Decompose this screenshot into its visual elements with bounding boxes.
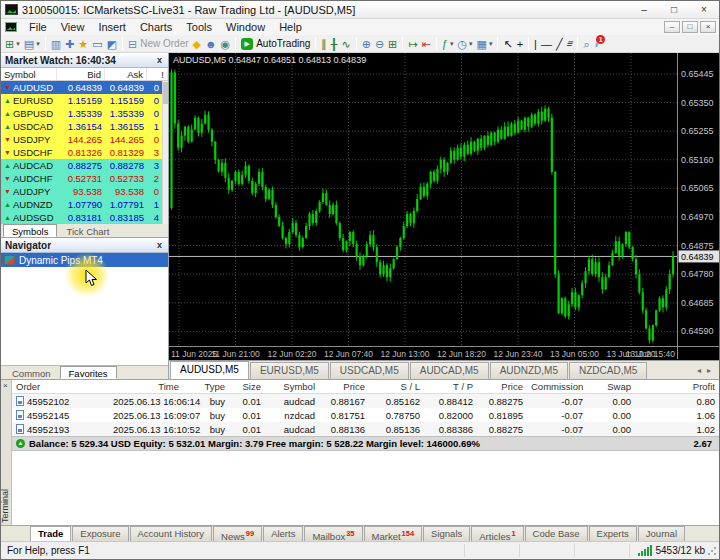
market-watch-row[interactable]: ▲USDCAD1.361541.361551 [1, 120, 168, 133]
orders-col-size[interactable]: Size [229, 381, 265, 392]
price-chart[interactable]: 0.654450.653500.652550.651600.650650.649… [169, 53, 720, 360]
orders-col-type[interactable]: Type [183, 381, 229, 392]
navigator-close-icon[interactable]: x [155, 240, 164, 250]
auto-scroll-button[interactable]: ↦ [406, 36, 419, 52]
new-chart-button[interactable]: ⊞▾ [3, 36, 22, 52]
child-close-button[interactable]: × [700, 21, 716, 33]
terminal-tab-account-history[interactable]: Account History [130, 526, 213, 541]
resize-grip[interactable] [706, 545, 718, 557]
cursor-button[interactable]: ↖ [501, 36, 514, 52]
orders-col-time[interactable]: Time [109, 381, 183, 392]
market-watch-tab-tick-chart[interactable]: Tick Chart [57, 224, 118, 237]
zoom-out-button[interactable]: ⊖ [373, 36, 386, 52]
terminal-tab-trade[interactable]: Trade [30, 526, 71, 541]
orders-col-profit[interactable]: Profit [635, 381, 719, 392]
metaquotes-id-button[interactable]: ☻ [203, 36, 219, 52]
indicators-button[interactable]: ƒ▾ [440, 36, 456, 52]
order-row[interactable]: 459521452025.06.13 16:09:07buy0.01nzdcad… [12, 408, 719, 422]
chart-tab-audcadm5[interactable]: AUDCAD,M5 [410, 362, 489, 379]
terminal-tab-signals[interactable]: Signals [423, 526, 470, 541]
orders-col-symbol[interactable]: Symbol [265, 381, 319, 392]
scroll-right-icon[interactable]: ▸ [707, 366, 711, 375]
market-watch-row[interactable]: ▼USDCHF0.813260.813293 [1, 146, 168, 159]
orders-col-order[interactable]: Order [12, 381, 109, 392]
autotrading-button[interactable]: ▶AutoTrading [239, 36, 312, 52]
chart-tab-usdcadm5[interactable]: USDCAD,M5 [330, 362, 409, 379]
fibonacci-button[interactable]: ≡ [565, 36, 575, 52]
menu-view[interactable]: View [54, 20, 92, 34]
horizontal-line-button[interactable]: — [539, 36, 554, 52]
minimize-button[interactable]: – [629, 1, 659, 18]
terminal-tab-mailbox[interactable]: Mailbox35 [304, 526, 362, 541]
menu-insert[interactable]: Insert [91, 20, 133, 34]
market-watch-row[interactable]: ▼USDJPY144.265144.2650 [1, 133, 168, 146]
terminal-tab-alerts[interactable]: Alerts [263, 526, 303, 541]
orders-col-tp[interactable]: T / P [424, 381, 477, 392]
line-chart-button[interactable]: ∿ [339, 36, 352, 52]
strategy-tester-toggle[interactable]: ◩ [105, 36, 119, 52]
child-restore-button[interactable]: □ [682, 21, 698, 33]
market-watch-row[interactable]: ▲AUDNZD1.077901.077911 [1, 198, 168, 211]
market-watch-row[interactable]: ▲EURUSD1.151591.151590 [1, 94, 168, 107]
orders-col-price[interactable]: Price [477, 381, 527, 392]
market-watch-row[interactable]: ▲AUDSGD0.831810.831854 [1, 211, 168, 223]
menu-tools[interactable]: Tools [179, 20, 219, 34]
terminal-tab-news[interactable]: News99 [213, 526, 262, 541]
chart-tab-audusdm5[interactable]: AUDUSD,M5 [170, 361, 249, 379]
periods-button[interactable]: ◷▾ [455, 36, 474, 52]
metaeditor-button[interactable]: ◆ [191, 36, 203, 52]
chat-button[interactable]: ◗1 [592, 36, 603, 52]
mw-col-ask[interactable]: Ask [105, 68, 147, 80]
bar-chart-button[interactable]: ∥ [319, 36, 329, 52]
navigator-item[interactable]: Dynamic Pips MT4 [1, 253, 168, 267]
menu-file[interactable]: File [22, 20, 54, 34]
data-window-toggle[interactable]: ✚ [63, 36, 76, 52]
tile-windows-button[interactable]: ⊞ [386, 36, 399, 52]
market-watch-row[interactable]: ▼AUDCHF0.527310.527332 [1, 172, 168, 185]
search-button[interactable]: ⌕ [581, 36, 591, 52]
zoom-in-button[interactable]: ⊕ [360, 36, 373, 52]
maximize-button[interactable]: □ [659, 1, 689, 18]
templates-button[interactable]: ▦▾ [475, 36, 495, 52]
market-watch-row[interactable]: ▼AUDUSD0.648390.648390 [1, 81, 168, 94]
orders-col-commission[interactable]: Commission [527, 381, 587, 392]
close-button[interactable]: × [689, 1, 719, 18]
scroll-left-icon[interactable]: ◂ [697, 366, 701, 375]
candlestick-chart-button[interactable]: ╂ [329, 36, 340, 52]
crosshair-button[interactable]: + [515, 36, 525, 52]
navigator-toggle[interactable]: ★ [76, 36, 90, 52]
market-watch-toggle[interactable]: ▥ [49, 36, 63, 52]
child-minimize-button[interactable]: – [664, 21, 680, 33]
community-button[interactable]: ◉ [219, 36, 233, 52]
navigator-tab-common[interactable]: Common [3, 366, 60, 379]
market-watch-row[interactable]: ▲GBPUSD1.353391.353390 [1, 107, 168, 120]
navigator-tab-favorites[interactable]: Favorites [60, 366, 117, 379]
market-watch-tab-symbols[interactable]: Symbols [3, 224, 57, 237]
mw-col-symbol[interactable]: Symbol [1, 68, 57, 80]
chart-tab-audnzdm5[interactable]: AUDNZD,M5 [490, 362, 568, 379]
menu-help[interactable]: Help [272, 20, 309, 34]
chart-shift-button[interactable]: ⇤ [420, 36, 433, 52]
market-watch-scrollbar[interactable] [162, 81, 168, 224]
terminal-tab-code-base[interactable]: Code Base [525, 526, 588, 541]
terminal-close-icon[interactable]: × [3, 381, 8, 390]
chart-tab-eurusdm5[interactable]: EURUSD,M5 [250, 362, 329, 379]
menu-charts[interactable]: Charts [133, 20, 179, 34]
market-watch-row[interactable]: ▲AUDCAD0.882750.882783 [1, 159, 168, 172]
terminal-tab-articles[interactable]: Articles1 [471, 526, 523, 541]
menu-window[interactable]: Window [219, 20, 272, 34]
market-watch-row[interactable]: ▼AUDJPY93.53893.5380 [1, 185, 168, 198]
order-row[interactable]: 459521022025.06.13 16:06:14buy0.01audcad… [12, 394, 719, 408]
order-row[interactable]: 459521932025.06.13 16:10:52buy0.01audcad… [12, 422, 719, 436]
new-order-button[interactable]: ⊟New Order [126, 36, 191, 52]
terminal-tab-market[interactable]: Market154 [364, 526, 423, 541]
terminal-tab-journal[interactable]: Journal [638, 526, 685, 541]
orders-col-swap[interactable]: Swap [587, 381, 635, 392]
mw-col-bid[interactable]: Bid [57, 68, 105, 80]
market-watch-close-icon[interactable]: x [155, 55, 164, 65]
orders-col-price[interactable]: Price [319, 381, 369, 392]
orders-col-sl[interactable]: S / L [369, 381, 424, 392]
terminal-tab-exposure[interactable]: Exposure [72, 526, 128, 541]
profiles-button[interactable]: ▤▾ [22, 36, 42, 52]
terminal-tab-experts[interactable]: Experts [589, 526, 637, 541]
